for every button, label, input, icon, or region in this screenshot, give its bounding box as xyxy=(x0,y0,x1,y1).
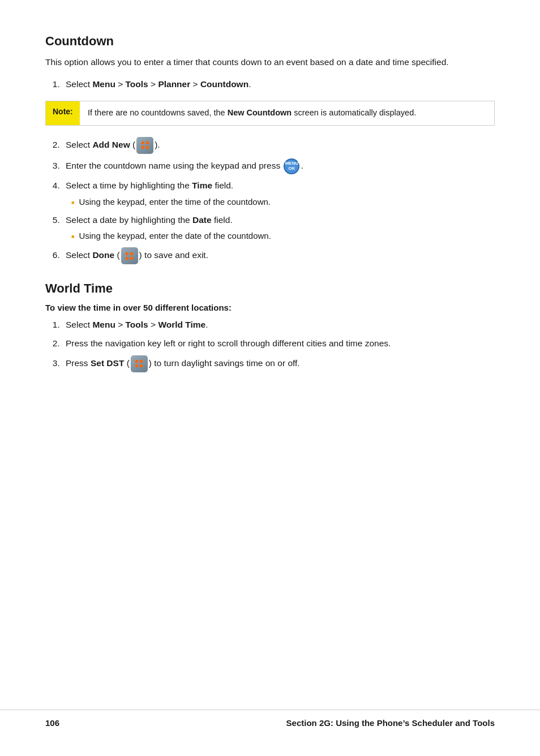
note-label: Note: xyxy=(46,101,80,125)
page-number: 106 xyxy=(45,718,59,728)
add-new-icon-inner xyxy=(139,139,151,151)
wt-step1-menu: Menu xyxy=(92,320,115,329)
step4-sublist: Using the keypad, enter the time of the … xyxy=(71,195,495,209)
step4-time: Time xyxy=(192,181,212,190)
countdown-step-2: Select Add New ( ). xyxy=(62,137,495,154)
done-icon-inner xyxy=(123,250,135,262)
set-dst-icon-inner xyxy=(133,358,145,370)
world-time-steps: Select Menu > Tools > World Time. Press … xyxy=(62,318,495,372)
step1-tools: Tools xyxy=(126,79,148,89)
note-bold: New Countdown xyxy=(228,108,292,117)
step4-sub1: Using the keypad, enter the time of the … xyxy=(71,195,495,209)
wt-step1-tools: Tools xyxy=(126,320,148,329)
step6-done: Done xyxy=(92,250,114,260)
wt-step-3: Press Set DST ( ) to turn daylight savin… xyxy=(62,355,495,372)
world-time-subtitle: To view the time in over 50 different lo… xyxy=(45,303,495,312)
countdown-steps: Select Menu > Tools > Planner > Countdow… xyxy=(62,78,495,92)
wt-step1-worldtime: World Time xyxy=(158,320,205,329)
countdown-step-4: Select a time by highlighting the Time f… xyxy=(62,179,495,209)
add-new-icon xyxy=(136,137,153,154)
done-icon xyxy=(121,247,138,264)
step5-date: Date xyxy=(192,215,212,225)
countdown-step-3: Enter the countdown name using the keypa… xyxy=(62,158,495,174)
countdown-step-5: Select a date by highlighting the Date f… xyxy=(62,213,495,243)
wt-step-2: Press the navigation key left or right t… xyxy=(62,337,495,351)
step2-addnew: Add New xyxy=(92,140,130,149)
countdown-step-6: Select Done ( ) to save and exit. xyxy=(62,247,495,264)
step1-menu: Menu xyxy=(92,79,115,89)
page-footer: 106 Section 2G: Using the Phone’s Schedu… xyxy=(0,710,540,728)
section-title: Section 2G: Using the Phone’s Scheduler … xyxy=(286,718,495,728)
note-content: If there are no countdowns saved, the Ne… xyxy=(80,101,424,125)
world-time-heading: World Time xyxy=(45,281,495,296)
set-dst-icon xyxy=(131,355,148,372)
countdown-section: Countdown This option allows you to ente… xyxy=(45,34,495,264)
countdown-steps-2: Select Add New ( ). Enter the countdown … xyxy=(62,137,495,265)
countdown-heading: Countdown xyxy=(45,34,495,49)
wt-step3-setdst: Set DST xyxy=(91,358,124,368)
step5-sublist: Using the keypad, enter the date of the … xyxy=(71,229,495,243)
step5-sub1: Using the keypad, enter the date of the … xyxy=(71,229,495,243)
countdown-step-1: Select Menu > Tools > Planner > Countdow… xyxy=(62,78,495,92)
world-time-section: World Time To view the time in over 50 d… xyxy=(45,281,495,372)
countdown-intro: This option allows you to enter a timer … xyxy=(45,55,495,68)
step1-countdown: Countdown xyxy=(200,79,248,89)
note-box: Note: If there are no countdowns saved, … xyxy=(45,101,495,126)
step1-planner: Planner xyxy=(158,79,190,89)
wt-step-1: Select Menu > Tools > World Time. xyxy=(62,318,495,332)
menu-ok-icon: MENUOK xyxy=(284,158,299,174)
